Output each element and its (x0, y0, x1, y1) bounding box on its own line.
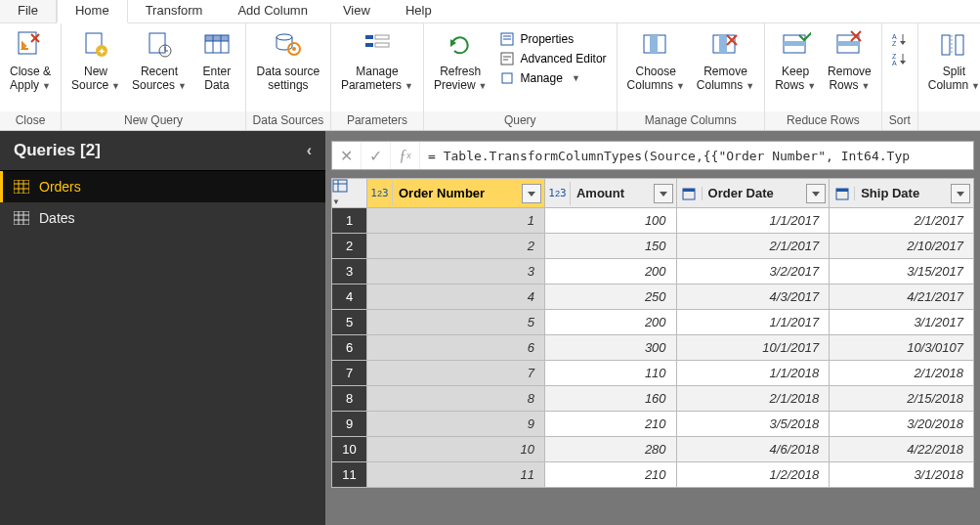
cell[interactable]: 150 (544, 234, 676, 259)
properties-button[interactable]: Properties (493, 29, 613, 49)
cell[interactable]: 1/1/2018 (676, 361, 830, 386)
refresh-preview-button[interactable]: RefreshPreview▼ (428, 25, 493, 93)
cell[interactable]: 2/15/2018 (830, 386, 974, 412)
menu-help[interactable]: Help (388, 0, 449, 22)
sort-asc-button[interactable]: AZ (890, 29, 910, 49)
new-source-button[interactable]: ✦ NewSource▼ (65, 25, 126, 93)
cell[interactable]: 250 (544, 284, 676, 310)
grid-corner[interactable]: ▼ (332, 179, 367, 208)
cell[interactable]: 2/1/2017 (830, 208, 974, 234)
cell[interactable]: 1/2/2018 (676, 462, 830, 488)
cell[interactable]: 2 (367, 234, 545, 259)
filter-dropdown-icon[interactable] (951, 184, 970, 203)
menu-add-column[interactable]: Add Column (220, 0, 325, 22)
query-item-orders[interactable]: Orders (0, 171, 325, 202)
cell[interactable]: 1 (367, 208, 545, 234)
row-number[interactable]: 10 (332, 437, 367, 462)
formula-input[interactable] (420, 149, 973, 163)
svg-rect-21 (375, 43, 389, 47)
row-number[interactable]: 5 (332, 310, 367, 335)
cell[interactable]: 200 (544, 259, 676, 284)
remove-columns-button[interactable]: RemoveColumns▼ (691, 25, 760, 93)
cell[interactable]: 300 (544, 335, 676, 361)
row-number[interactable]: 7 (332, 361, 367, 386)
cell[interactable]: 11 (367, 462, 545, 488)
column-header-amount[interactable]: 123Amount (544, 179, 676, 208)
cell[interactable]: 3/1/2018 (830, 462, 974, 488)
menu-view[interactable]: View (325, 0, 388, 22)
cell[interactable]: 4/21/2017 (830, 284, 974, 310)
remove-rows-button[interactable]: RemoveRows▼ (822, 25, 877, 93)
filter-dropdown-icon[interactable] (806, 184, 826, 203)
row-number[interactable]: 4 (332, 284, 367, 310)
enter-data-button[interactable]: EnterData (192, 25, 241, 93)
cell[interactable]: 100 (544, 208, 676, 234)
row-number[interactable]: 8 (332, 386, 367, 412)
cell[interactable]: 4/22/2018 (830, 437, 974, 462)
ribbon-group-label-blank (918, 111, 980, 130)
cell[interactable]: 2/1/2018 (830, 361, 974, 386)
collapse-queries-icon[interactable]: ‹ (307, 142, 312, 159)
manage-button[interactable]: Manage▼ (493, 68, 613, 88)
row-number[interactable]: 3 (332, 259, 367, 284)
row-number[interactable]: 1 (332, 208, 367, 234)
ribbon-group-label-ds: Data Sources (246, 111, 330, 130)
sort-desc-button[interactable]: ZA (890, 49, 910, 68)
choose-columns-icon (640, 29, 671, 61)
cell[interactable]: 2/1/2018 (676, 386, 830, 412)
cell[interactable]: 10/1/2017 (676, 335, 830, 361)
cell[interactable]: 2/1/2017 (676, 234, 830, 259)
manage-parameters-button[interactable]: ManageParameters▼ (335, 25, 419, 93)
cell[interactable]: 1/1/2017 (676, 208, 830, 234)
cell[interactable]: 1/1/2017 (676, 310, 830, 335)
cell[interactable]: 3 (367, 259, 545, 284)
cell[interactable]: 160 (544, 386, 676, 412)
cell[interactable]: 210 (544, 462, 676, 488)
menu-file[interactable]: File (0, 0, 57, 22)
cell[interactable]: 5 (367, 310, 545, 335)
cell[interactable]: 4/6/2018 (676, 437, 830, 462)
formula-fx-button[interactable]: ƒx (391, 142, 420, 169)
cell[interactable]: 3/2/2017 (676, 259, 830, 284)
cell[interactable]: 6 (367, 335, 545, 361)
data-source-settings-button[interactable]: Data sourcesettings (250, 25, 326, 93)
cell[interactable]: 210 (544, 412, 676, 437)
cell[interactable]: 8 (367, 386, 545, 412)
formula-commit-button[interactable]: ✓ (362, 142, 391, 169)
column-header-order-date[interactable]: Order Date (676, 179, 830, 208)
cell[interactable]: 4/3/2017 (676, 284, 830, 310)
row-number[interactable]: 9 (332, 412, 367, 437)
cell[interactable]: 3/1/2017 (830, 310, 974, 335)
cell[interactable]: 9 (367, 412, 545, 437)
cell[interactable]: 110 (544, 361, 676, 386)
recent-sources-button[interactable]: RecentSources▼ (126, 25, 192, 93)
cell[interactable]: 3/20/2018 (830, 412, 974, 437)
row-number[interactable]: 6 (332, 335, 367, 361)
close-apply-icon (15, 29, 46, 61)
cell[interactable]: 200 (544, 310, 676, 335)
row-number[interactable]: 11 (332, 462, 367, 488)
recent-sources-icon (144, 29, 175, 61)
row-number[interactable]: 2 (332, 234, 367, 259)
advanced-editor-button[interactable]: Advanced Editor (493, 49, 613, 68)
cell[interactable]: 3/15/2017 (830, 259, 974, 284)
split-column-button[interactable]: SplitColumn▼ (922, 25, 980, 93)
cell[interactable]: 10/3/0107 (830, 335, 974, 361)
menu-home[interactable]: Home (57, 0, 128, 23)
formula-cancel-button[interactable]: ✕ (332, 142, 362, 169)
filter-dropdown-icon[interactable] (654, 184, 673, 203)
keep-rows-button[interactable]: KeepRows▼ (769, 25, 822, 93)
cell[interactable]: 4 (367, 284, 545, 310)
choose-columns-button[interactable]: ChooseColumns▼ (621, 25, 691, 93)
cell[interactable]: 280 (544, 437, 676, 462)
cell[interactable]: 2/10/2017 (830, 234, 974, 259)
cell[interactable]: 3/5/2018 (676, 412, 830, 437)
query-item-dates[interactable]: Dates (0, 202, 325, 234)
column-header-order-number[interactable]: 123Order Number (367, 179, 545, 208)
filter-dropdown-icon[interactable] (522, 184, 541, 203)
cell[interactable]: 10 (367, 437, 545, 462)
menu-transform[interactable]: Transform (128, 0, 221, 22)
close-apply-button[interactable]: Close &Apply▼ (4, 25, 57, 93)
column-header-ship-date[interactable]: Ship Date (830, 179, 974, 208)
cell[interactable]: 7 (367, 361, 545, 386)
